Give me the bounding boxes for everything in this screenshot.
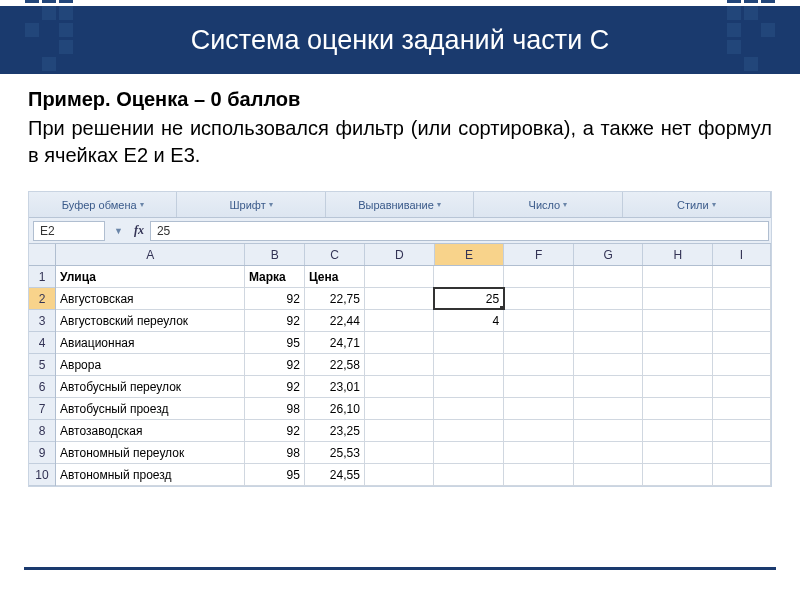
- row-header-6[interactable]: 6: [29, 376, 55, 398]
- column-header-D[interactable]: D: [365, 244, 435, 265]
- cell-G6[interactable]: [574, 376, 644, 397]
- cell-B7[interactable]: 98: [245, 398, 305, 419]
- cell-I8[interactable]: [713, 420, 771, 441]
- cell-E9[interactable]: [434, 442, 504, 463]
- cell-H10[interactable]: [643, 464, 713, 485]
- cell-B3[interactable]: 92: [245, 310, 305, 331]
- cell-E8[interactable]: [434, 420, 504, 441]
- cell-G4[interactable]: [574, 332, 644, 353]
- cell-C2[interactable]: 22,75: [305, 288, 365, 309]
- cell-D7[interactable]: [365, 398, 435, 419]
- row-header-5[interactable]: 5: [29, 354, 55, 376]
- cell-B5[interactable]: 92: [245, 354, 305, 375]
- cell-I10[interactable]: [713, 464, 771, 485]
- cell-H5[interactable]: [643, 354, 713, 375]
- cell-A8[interactable]: Автозаводская: [56, 420, 245, 441]
- cell-H4[interactable]: [643, 332, 713, 353]
- row-header-1[interactable]: 1: [29, 266, 55, 288]
- cell-F7[interactable]: [504, 398, 574, 419]
- column-header-A[interactable]: A: [56, 244, 245, 265]
- cell-E10[interactable]: [434, 464, 504, 485]
- cell-I6[interactable]: [713, 376, 771, 397]
- cell-I5[interactable]: [713, 354, 771, 375]
- row-header-4[interactable]: 4: [29, 332, 55, 354]
- cell-G7[interactable]: [574, 398, 644, 419]
- cell-E6[interactable]: [434, 376, 504, 397]
- cell-D3[interactable]: [365, 310, 435, 331]
- ribbon-group-1[interactable]: Шрифт: [177, 192, 325, 217]
- cell-D1[interactable]: [365, 266, 435, 287]
- cell-H3[interactable]: [643, 310, 713, 331]
- row-header-10[interactable]: 10: [29, 464, 55, 486]
- cell-B1[interactable]: Марка: [245, 266, 305, 287]
- column-header-G[interactable]: G: [574, 244, 644, 265]
- cell-C4[interactable]: 24,71: [305, 332, 365, 353]
- column-header-E[interactable]: E: [435, 244, 505, 265]
- cell-A7[interactable]: Автобусный проезд: [56, 398, 245, 419]
- cell-E1[interactable]: [434, 266, 504, 287]
- cell-C5[interactable]: 22,58: [305, 354, 365, 375]
- cell-I3[interactable]: [713, 310, 771, 331]
- cell-C9[interactable]: 25,53: [305, 442, 365, 463]
- cell-I9[interactable]: [713, 442, 771, 463]
- cell-D2[interactable]: [365, 288, 435, 309]
- column-header-C[interactable]: C: [305, 244, 365, 265]
- cell-E4[interactable]: [434, 332, 504, 353]
- ribbon-group-4[interactable]: Стили: [623, 192, 771, 217]
- cell-G8[interactable]: [574, 420, 644, 441]
- cell-H1[interactable]: [643, 266, 713, 287]
- cell-H8[interactable]: [643, 420, 713, 441]
- cell-H2[interactable]: [643, 288, 713, 309]
- cell-F10[interactable]: [504, 464, 574, 485]
- cell-D9[interactable]: [365, 442, 435, 463]
- ribbon-group-3[interactable]: Число: [474, 192, 622, 217]
- cell-F2[interactable]: [504, 288, 574, 309]
- cell-F6[interactable]: [504, 376, 574, 397]
- name-box-dropdown-icon[interactable]: ▼: [109, 226, 128, 236]
- cell-C7[interactable]: 26,10: [305, 398, 365, 419]
- cell-H9[interactable]: [643, 442, 713, 463]
- cell-D4[interactable]: [365, 332, 435, 353]
- cell-H6[interactable]: [643, 376, 713, 397]
- column-header-F[interactable]: F: [504, 244, 574, 265]
- cell-D10[interactable]: [365, 464, 435, 485]
- cell-B10[interactable]: 95: [245, 464, 305, 485]
- formula-input[interactable]: 25: [150, 221, 769, 241]
- cell-G3[interactable]: [574, 310, 644, 331]
- cell-F4[interactable]: [504, 332, 574, 353]
- cell-A2[interactable]: Августовская: [56, 288, 245, 309]
- cell-G5[interactable]: [574, 354, 644, 375]
- cell-F9[interactable]: [504, 442, 574, 463]
- cell-G9[interactable]: [574, 442, 644, 463]
- column-header-B[interactable]: B: [245, 244, 305, 265]
- cell-A6[interactable]: Автобусный переулок: [56, 376, 245, 397]
- cell-D6[interactable]: [365, 376, 435, 397]
- cell-E5[interactable]: [434, 354, 504, 375]
- cell-I1[interactable]: [713, 266, 771, 287]
- select-all-corner[interactable]: [29, 244, 55, 266]
- cell-I7[interactable]: [713, 398, 771, 419]
- column-header-H[interactable]: H: [643, 244, 713, 265]
- cell-A3[interactable]: Августовский переулок: [56, 310, 245, 331]
- cell-C1[interactable]: Цена: [305, 266, 365, 287]
- column-header-I[interactable]: I: [713, 244, 771, 265]
- cell-C3[interactable]: 22,44: [305, 310, 365, 331]
- cell-B6[interactable]: 92: [245, 376, 305, 397]
- ribbon-group-0[interactable]: Буфер обмена: [29, 192, 177, 217]
- cell-E2[interactable]: 25: [434, 288, 504, 309]
- cell-B9[interactable]: 98: [245, 442, 305, 463]
- fx-button[interactable]: fx: [128, 223, 150, 238]
- cell-E3[interactable]: 4: [434, 310, 504, 331]
- cell-A10[interactable]: Автономный проезд: [56, 464, 245, 485]
- cell-D8[interactable]: [365, 420, 435, 441]
- row-header-8[interactable]: 8: [29, 420, 55, 442]
- row-header-3[interactable]: 3: [29, 310, 55, 332]
- cell-B8[interactable]: 92: [245, 420, 305, 441]
- cell-A4[interactable]: Авиационная: [56, 332, 245, 353]
- cell-C6[interactable]: 23,01: [305, 376, 365, 397]
- row-header-9[interactable]: 9: [29, 442, 55, 464]
- ribbon-group-2[interactable]: Выравнивание: [326, 192, 474, 217]
- cell-B2[interactable]: 92: [245, 288, 305, 309]
- cell-A5[interactable]: Аврора: [56, 354, 245, 375]
- cell-I2[interactable]: [713, 288, 771, 309]
